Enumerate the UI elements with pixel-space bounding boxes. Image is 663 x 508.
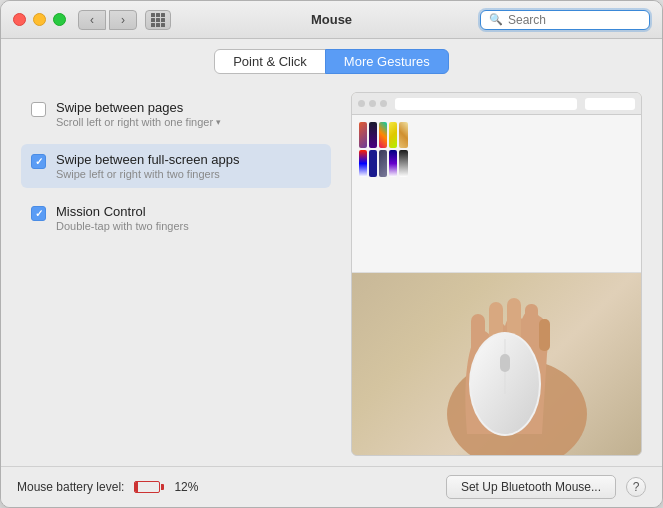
option-mission-control: Mission Control Double-tap with two fing… [21, 196, 331, 240]
search-input[interactable] [508, 13, 641, 27]
checkbox-swipe-pages[interactable] [31, 102, 46, 117]
main-content: Swipe between pages Scroll left or right… [1, 82, 662, 466]
gallery-cell-10 [399, 150, 407, 176]
setup-bluetooth-button[interactable]: Set Up Bluetooth Mouse... [446, 475, 616, 499]
checkbox-mission-control[interactable] [31, 206, 46, 221]
option-swipe-fullscreen-subtitle: Swipe left or right with two fingers [56, 168, 240, 180]
gallery-cell-7 [369, 150, 377, 176]
tab-point-click[interactable]: Point & Click [214, 49, 326, 74]
gallery-cell-4 [389, 122, 397, 148]
left-panel: Swipe between pages Scroll left or right… [21, 92, 331, 456]
option-swipe-pages-subtitle: Scroll left or right with one finger ▾ [56, 116, 221, 128]
svg-rect-5 [539, 319, 550, 351]
gallery-cell-9 [389, 150, 397, 176]
gallery-cell-1 [359, 122, 367, 148]
preview-browser-header [352, 93, 641, 115]
preview-search-bar [585, 98, 635, 110]
preview-traffic-green [380, 100, 387, 107]
help-button[interactable]: ? [626, 477, 646, 497]
preview-container [352, 93, 641, 455]
window-title: Mouse [311, 12, 352, 27]
svg-rect-9 [500, 354, 510, 372]
gallery-cell-6 [359, 150, 367, 176]
forward-button[interactable]: › [109, 10, 137, 30]
preview-panel [351, 92, 642, 456]
nav-buttons: ‹ › [78, 10, 137, 30]
battery-fill [135, 482, 138, 492]
checkbox-swipe-fullscreen-wrap [31, 154, 46, 169]
gallery-cell-3 [379, 122, 387, 148]
preview-gallery [352, 93, 641, 273]
grid-icon [151, 13, 165, 27]
preview-address-bar [395, 98, 577, 110]
search-icon: 🔍 [489, 13, 503, 26]
gallery-grid [356, 119, 411, 182]
option-mission-control-subtitle: Double-tap with two fingers [56, 220, 189, 232]
option-mission-control-text: Mission Control Double-tap with two fing… [56, 204, 189, 232]
title-bar: ‹ › Mouse 🔍 [1, 1, 662, 39]
checkbox-swipe-fullscreen[interactable] [31, 154, 46, 169]
checkbox-swipe-pages-wrap [31, 102, 46, 117]
hand-mouse-svg [367, 254, 627, 456]
option-swipe-pages-text: Swipe between pages Scroll left or right… [56, 100, 221, 128]
option-swipe-fullscreen: Swipe between full-screen apps Swipe lef… [21, 144, 331, 188]
gallery-cell-5 [399, 122, 407, 148]
grid-view-button[interactable] [145, 10, 171, 30]
option-swipe-fullscreen-title: Swipe between full-screen apps [56, 152, 240, 167]
tab-more-gestures[interactable]: More Gestures [325, 49, 449, 74]
tab-bar: Point & Click More Gestures [1, 39, 662, 82]
gallery-cell-2 [369, 122, 377, 148]
preview-traffic-red [358, 100, 365, 107]
battery-percentage: 12% [174, 480, 198, 494]
search-box[interactable]: 🔍 [480, 10, 650, 30]
battery-tip [161, 484, 164, 490]
battery-body [134, 481, 160, 493]
dropdown-arrow-icon[interactable]: ▾ [216, 117, 221, 127]
gallery-cell-8 [379, 150, 387, 176]
window: ‹ › Mouse 🔍 Point & Click More Gestures [0, 0, 663, 508]
option-swipe-fullscreen-text: Swipe between full-screen apps Swipe lef… [56, 152, 240, 180]
option-swipe-pages-title: Swipe between pages [56, 100, 221, 115]
back-button[interactable]: ‹ [78, 10, 106, 30]
close-button[interactable] [13, 13, 26, 26]
preview-hand-mouse [352, 273, 641, 455]
option-mission-control-title: Mission Control [56, 204, 189, 219]
option-swipe-pages: Swipe between pages Scroll left or right… [21, 92, 331, 136]
svg-rect-4 [525, 304, 538, 346]
checkbox-mission-control-wrap [31, 206, 46, 221]
minimize-button[interactable] [33, 13, 46, 26]
battery-label: Mouse battery level: [17, 480, 124, 494]
battery-icon [134, 481, 164, 493]
preview-traffic-yellow [369, 100, 376, 107]
footer: Mouse battery level: 12% Set Up Bluetoot… [1, 466, 662, 507]
maximize-button[interactable] [53, 13, 66, 26]
traffic-lights [13, 13, 66, 26]
